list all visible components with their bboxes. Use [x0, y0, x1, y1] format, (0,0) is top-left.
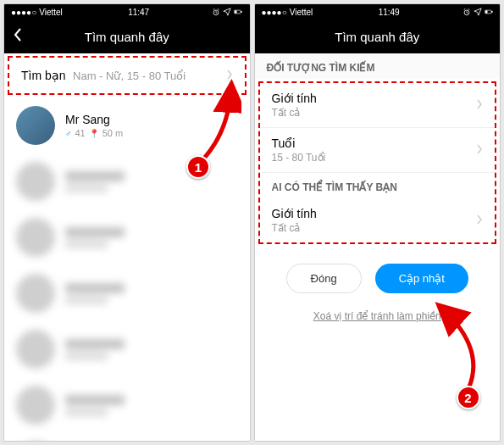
signal-dots: ●●●●○ — [11, 8, 36, 17]
alarm-icon — [212, 8, 220, 16]
highlight-box-2: Giới tính Tất cả Tuổi 15 - 80 Tuổi AI CÓ… — [258, 81, 497, 244]
setting-value: Tất cả — [272, 107, 317, 119]
chevron-right-icon — [476, 142, 483, 158]
battery-icon — [234, 8, 242, 16]
chevron-right-icon — [476, 213, 483, 228]
carrier: Viettel — [290, 8, 313, 17]
setting-value: Tất cả — [272, 222, 317, 234]
setting-value: 15 - 80 Tuổi — [272, 152, 326, 164]
user-age: 41 — [75, 128, 86, 138]
user-row-blurred[interactable] — [4, 321, 250, 377]
location-icon — [474, 8, 482, 16]
button-row: Đóng Cập nhật — [255, 247, 501, 303]
pin-icon: 📍 — [89, 129, 99, 138]
setting-label: Giới tính — [272, 92, 317, 105]
close-button[interactable]: Đóng — [286, 264, 362, 293]
status-bar: ●●●●○ Viettel 11:49 — [255, 4, 501, 19]
header: Tìm quanh đây — [255, 19, 501, 53]
user-row-blurred[interactable] — [4, 377, 250, 433]
filter-label: Tìm bạn — [21, 69, 66, 82]
annotation-number: 1 — [186, 155, 210, 179]
setting-visibility-gender[interactable]: Giới tính Tất cả — [260, 198, 496, 242]
back-button[interactable] — [13, 27, 23, 46]
svg-rect-8 — [485, 11, 487, 14]
avatar — [16, 162, 55, 201]
setting-label: Tuổi — [272, 136, 326, 150]
status-time: 11:49 — [379, 8, 400, 17]
annotation-1: 1 — [186, 155, 210, 179]
phone-right: ●●●●○ Viettel 11:49 Tìm quanh đây ĐỐI TƯ… — [254, 3, 501, 442]
setting-gender[interactable]: Giới tính Tất cả — [260, 83, 496, 128]
annotation-2: 2 — [457, 386, 480, 409]
setting-age[interactable]: Tuổi 15 - 80 Tuổi — [260, 128, 496, 173]
svg-rect-2 — [241, 11, 242, 12]
setting-label: Giới tính — [272, 207, 317, 220]
carrier: Viettel — [39, 8, 63, 17]
avatar — [16, 274, 55, 313]
section-header-visibility: AI CÓ THỂ TÌM THẤY BẠN — [260, 173, 496, 198]
location-icon — [223, 8, 231, 16]
avatar — [16, 106, 55, 145]
content-left: Tìm bạn Nam - Nữ, 15 - 80 Tuổi Mr Sang ♂… — [4, 53, 250, 441]
avatar — [16, 218, 55, 257]
avatar — [16, 386, 55, 425]
status-time: 11:47 — [128, 8, 149, 17]
header: Tìm quanh đây — [4, 19, 250, 53]
annotation-number: 2 — [457, 386, 480, 409]
status-bar: ●●●●○ Viettel 11:47 — [4, 4, 250, 19]
svg-rect-3 — [235, 11, 237, 14]
alarm-icon — [462, 8, 471, 16]
user-row-blurred[interactable] — [4, 433, 250, 441]
signal-dots: ●●●●○ — [262, 8, 287, 17]
male-icon: ♂ — [65, 129, 72, 138]
page-title: Tìm quanh đây — [85, 30, 169, 44]
avatar — [16, 330, 55, 369]
user-row-blurred[interactable] — [4, 265, 250, 321]
svg-rect-7 — [491, 11, 492, 12]
chevron-right-icon — [476, 97, 483, 113]
page-title: Tìm quanh đây — [335, 30, 419, 44]
user-distance: 50 m — [102, 128, 123, 138]
phone-left: ●●●●○ Viettel 11:47 Tìm quanh đây Tìm bạ… — [3, 3, 251, 442]
user-row-blurred[interactable] — [4, 209, 250, 265]
section-header-search: ĐỐI TƯỢNG TÌM KIẾM — [255, 53, 501, 79]
update-button[interactable]: Cập nhật — [375, 264, 468, 293]
battery-icon — [485, 8, 493, 16]
arrow-2 — [416, 299, 492, 401]
content-right: ĐỐI TƯỢNG TÌM KIẾM Giới tính Tất cả Tuổi… — [255, 53, 501, 441]
